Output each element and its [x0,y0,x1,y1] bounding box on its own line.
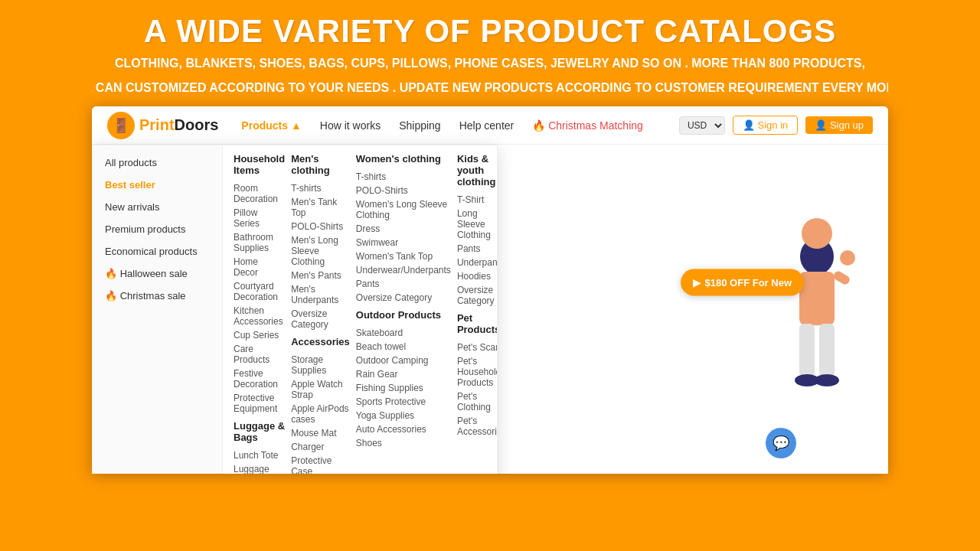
luggage-title: Luggage & Bags [234,420,285,445]
signup-button[interactable]: 👤 Sign up [805,116,873,134]
item-womens-polo[interactable]: POLO-Shirts [356,185,451,196]
item-charger[interactable]: Charger [291,442,350,452]
item-kids-underpants[interactable]: Underpants [457,257,497,268]
dropdown-premium[interactable]: Premium products [93,218,222,240]
pet-title: Pet Products [457,312,497,337]
item-cup-series[interactable]: Cup Series [234,330,285,341]
item-apple-watch[interactable]: Apple Watch Strap [291,379,350,400]
item-fishing[interactable]: Fishing Supplies [356,383,451,393]
promo-text: $180 OFF For New [705,277,792,289]
kids-title: Kids & youth clothing [457,153,497,190]
item-womens-oversize[interactable]: Oversize Category [356,292,451,303]
item-airpods[interactable]: Apple AirPods cases [291,403,350,425]
currency-select[interactable]: USD [679,116,725,135]
item-mens-polo[interactable]: POLO-Shirts [291,221,350,232]
item-protective-case[interactable]: Protective Case [291,455,350,474]
item-outdoor-camping[interactable]: Outdoor Camping [356,355,451,366]
accessories-title: Accessories [291,336,350,350]
mens-title: Men's clothing [291,153,350,178]
dropdown-all-products[interactable]: All products [93,152,222,174]
item-luggage[interactable]: Luggage [234,464,285,474]
item-pet-household[interactable]: Pet's Household Products [457,356,497,388]
item-festive[interactable]: Festive Decoration [234,368,285,390]
item-pillow-series[interactable]: Pillow Series [234,207,285,229]
item-swimwear[interactable]: Swimwear [356,237,451,248]
outdoor-title: Outdoor Products [356,309,451,323]
item-kids-oversize[interactable]: Oversize Category [457,285,497,306]
item-auto-accessories[interactable]: Auto Accessories [356,424,451,435]
hero-section: A WIDE VARIETY OF PRODUCT CATALOGS CLOTH… [0,0,980,106]
household-title: Household Items [234,153,285,178]
dropdown-household: Household Items Room Decoration Pillow S… [234,153,285,474]
item-pet-clothing[interactable]: Pet's Clothing [457,391,497,412]
item-kids-hoodies[interactable]: Hoodies [457,271,497,282]
item-mens-tank[interactable]: Men's Tank Top [291,197,350,218]
item-beach-towel[interactable]: Beach towel [356,341,451,352]
dropdown-womens: Women's clothing T-shirts POLO-Shirts Wo… [356,153,451,474]
item-kids-pants[interactable]: Pants [457,243,497,254]
item-courtyard[interactable]: Courtyard Decoration [234,281,285,302]
navbar: 🚪 PrintDoors Products ▲ How it works Shi… [92,106,888,145]
womens-title: Women's clothing [356,153,451,167]
item-pet-accessories[interactable]: Pet's Accessories [457,416,497,437]
item-kitchen[interactable]: Kitchen Accessories [234,305,285,327]
item-kids-tshirt[interactable]: T-Shirt [457,194,497,205]
logo[interactable]: 🚪 PrintDoors [107,112,218,139]
dropdown-mens: Men's clothing T-shirts Men's Tank Top P… [291,153,350,474]
item-womens-tank[interactable]: Women's Tank Top [356,251,451,262]
dropdown-kids-pet: Kids & youth clothing T-Shirt Long Sleev… [457,153,497,474]
hero-title: A WIDE VARIETY OF PRODUCT CATALOGS [31,14,949,49]
item-sports-protective[interactable]: Sports Protective [356,396,451,407]
play-icon: ▶ [693,277,701,289]
item-womens-long-sleeve[interactable]: Women's Long Sleeve Clothing [356,199,451,220]
nav-products[interactable]: Products ▲ [241,119,301,132]
item-mens-tshirts[interactable]: T-shirts [291,183,350,194]
item-mens-underpants[interactable]: Men's Underpants [291,284,350,305]
nav-links: Products ▲ How it works Shipping Help ce… [241,119,679,132]
item-mens-oversize[interactable]: Oversize Category [291,308,350,330]
nav-actions: USD 👤 Sign in 👤 Sign up [679,116,873,135]
dropdown-best-seller[interactable]: Best seller [93,174,222,196]
dropdown-halloween[interactable]: Halloween sale [93,262,222,285]
nav-help-center[interactable]: Help center [459,119,514,132]
item-yoga[interactable]: Yoga Supplies [356,410,451,421]
dropdown-christmas[interactable]: Christmas sale [93,285,222,307]
item-mens-pants[interactable]: Men's Pants [291,270,350,281]
item-bathroom-supplies[interactable]: Bathroom Supplies [234,232,285,253]
dropdown-left-sidebar: All products Best seller New arrivals Pr… [93,145,223,474]
item-skateboard[interactable]: Skateboard [356,328,451,338]
item-room-decoration[interactable]: Room Decoration [234,183,285,204]
hero-subtitle-1: CLOTHING, BLANKETS, SHOES, BAGS, CUPS, P… [31,54,949,73]
item-womens-pants[interactable]: Pants [356,279,451,289]
dropdown-right-content: Household Items Room Decoration Pillow S… [223,145,497,474]
nav-christmas[interactable]: Christmas Matching [532,119,643,132]
item-lunch-tote[interactable]: Lunch Tote [234,450,285,461]
item-mouse-mat[interactable]: Mouse Mat [291,428,350,439]
browser-window: 🚪 PrintDoors Products ▲ How it works Shi… [92,106,888,474]
item-protective-eq[interactable]: Protective Equipment [234,393,285,414]
nav-shipping[interactable]: Shipping [399,119,441,132]
logo-icon: 🚪 [107,112,135,139]
item-pet-scarf[interactable]: Pet's Scarf [457,342,497,353]
dropdown-new-arrivals[interactable]: New arrivals [93,196,222,218]
promo-badge[interactable]: ▶ $180 OFF For New [681,269,804,296]
item-rain-gear[interactable]: Rain Gear [356,369,451,380]
item-storage-supplies[interactable]: Storage Supplies [291,354,350,376]
item-care-products[interactable]: Care Products [234,344,285,365]
content-area: To create, custoproducts easilyand drops… [92,145,888,474]
signin-button[interactable]: 👤 Sign in [733,116,798,135]
hero-subtitle-2: ALL CAN CUSTOMIZED ACCORDING TO YOUR NEE… [31,78,949,98]
item-kids-long-sleeve[interactable]: Long Sleeve Clothing [457,208,497,240]
dropdown-menu: All products Best seller New arrivals Pr… [92,145,498,474]
item-womens-tshirts[interactable]: T-shirts [356,171,451,182]
item-underwear[interactable]: Underwear/Underpants [356,265,451,276]
item-shoes[interactable]: Shoes [356,438,451,448]
item-dress[interactable]: Dress [356,223,451,234]
dropdown-economical[interactable]: Economical products [93,240,222,262]
item-mens-long-sleeve[interactable]: Men's Long Sleeve Clothing [291,235,350,267]
chat-bubble[interactable]: 💬 [766,428,796,458]
nav-how-it-works[interactable]: How it works [320,119,381,132]
logo-text: PrintDoors [139,116,218,134]
item-home-decor[interactable]: Home Decor [234,256,285,278]
